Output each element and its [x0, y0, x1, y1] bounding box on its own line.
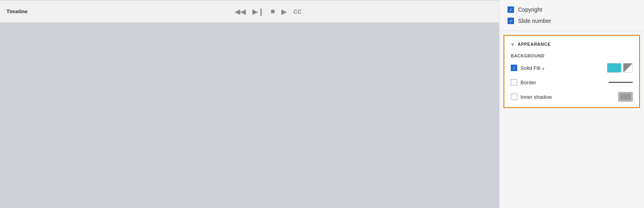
background-section-label: BACKGROUND [511, 53, 633, 58]
gradient-icon[interactable] [623, 63, 633, 73]
appearance-chevron-icon[interactable]: ∨ [511, 41, 514, 47]
border-checkbox[interactable] [511, 79, 517, 86]
solid-fill-dropdown-arrow[interactable]: ∨ [542, 66, 545, 71]
timeline-label: Timeline [6, 8, 28, 14]
slide-number-option-label: Slide number [518, 18, 551, 24]
slide-number-option-row: Slide number [508, 18, 636, 24]
step-back-button[interactable]: ◀◀ [235, 7, 246, 16]
appearance-title: APPEARANCE [518, 42, 551, 47]
border-label: Border [520, 80, 575, 86]
inner-shadow-preview [618, 92, 633, 102]
play-button[interactable]: ▶ [281, 7, 287, 16]
solid-fill-text: Solid Fill [520, 65, 540, 71]
inner-shadow-checkbox[interactable] [511, 94, 517, 100]
solid-fill-checkbox[interactable] [511, 65, 517, 71]
border-line-preview [609, 82, 633, 83]
appearance-section: ∨ APPEARANCE BACKGROUND Solid Fill ∨ Bor… [504, 35, 640, 108]
cc-button[interactable]: CC [293, 8, 301, 15]
inner-shadow-label: Inner shadow [520, 94, 615, 100]
border-line-container [578, 82, 633, 83]
solid-fill-label: Solid Fill ∨ [520, 65, 604, 71]
slide-number-checkbox[interactable] [508, 18, 514, 24]
timeline-controls: ◀◀ ▶❙ ■ ▶ CC [44, 7, 493, 16]
inner-shadow-row: Inner shadow [511, 92, 633, 102]
timeline-bar: Timeline ◀◀ ▶❙ ■ ▶ CC [0, 0, 499, 22]
color-swatch[interactable] [607, 63, 621, 73]
inner-shadow-preview-container [618, 92, 633, 102]
canvas-area: © Copyright $$Project.CurrentSlideNumber… [0, 0, 499, 208]
slide-wrapper: © Copyright $$Project.CurrentSlideNumber… [0, 0, 499, 208]
copyright-checkbox[interactable] [508, 6, 514, 13]
play-pause-button[interactable]: ▶❙ [252, 7, 264, 16]
panel-top-options: Copyright Slide number [500, 0, 644, 31]
right-panel: Copyright Slide number ∨ APPEARANCE BACK… [499, 0, 644, 208]
solid-fill-controls [607, 63, 633, 73]
border-row: Border [511, 79, 633, 86]
copyright-option-label: Copyright [518, 6, 542, 13]
solid-fill-row: Solid Fill ∨ [511, 63, 633, 73]
appearance-header: ∨ APPEARANCE [511, 41, 633, 47]
stop-button[interactable]: ■ [270, 7, 275, 16]
copyright-option-row: Copyright [508, 6, 636, 13]
